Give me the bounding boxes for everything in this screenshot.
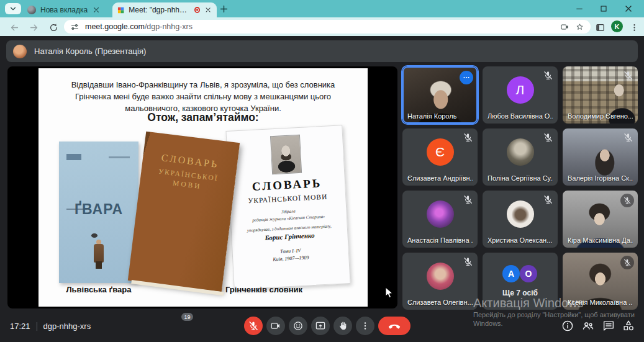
mic-off-icon	[543, 194, 553, 205]
people-count-badge: 19	[181, 313, 193, 321]
figure-illustration	[96, 261, 102, 269]
chevron-down-icon	[9, 4, 17, 13]
url-path: /dgp-nhhg-xrs	[145, 22, 193, 31]
avatar	[427, 200, 454, 228]
hrinchenko-portrait	[270, 135, 302, 174]
url-bar[interactable]: meet.google.com/dgp-nhhg-xrs	[64, 20, 591, 34]
title-page-title: СЛОВАРЬ	[229, 175, 345, 195]
close-icon[interactable]	[204, 6, 212, 14]
back-button[interactable]	[9, 22, 20, 33]
dictionary-title-page: СЛОВАРЬ УКРАЇНСЬКОЇ МОВИ Зібрала редакці…	[225, 125, 350, 289]
tab-title: Meet: "dgp-nhhg-xrs"	[129, 6, 189, 14]
presenter-name: Наталія Король (Презентація)	[34, 47, 146, 56]
mic-off-icon	[463, 256, 473, 267]
series-text	[109, 156, 130, 158]
mute-button[interactable]	[244, 317, 263, 335]
camera-permission-icon[interactable]	[560, 22, 569, 32]
gvara-title: ҐВАРА	[59, 201, 138, 218]
call-end-icon	[388, 319, 401, 333]
window-minimize-button[interactable]	[574, 4, 584, 14]
meet-control-bar: 17:21 dgp-nhhg-xrs 19	[0, 310, 644, 342]
divider	[37, 322, 37, 331]
avatar: Є	[427, 138, 454, 166]
chat-icon	[602, 319, 615, 333]
participant-grid: Наталія Король Л Володимир Євгено... Люб…	[402, 66, 638, 310]
profile-avatar[interactable]: K	[611, 20, 623, 32]
side-panel-button[interactable]	[595, 22, 605, 33]
mic-off-icon	[623, 132, 633, 143]
meeting-details-button[interactable]	[561, 319, 574, 333]
meet-favicon	[117, 6, 124, 14]
clock-time: 17:21	[10, 322, 30, 331]
mic-off-icon	[543, 132, 553, 143]
speech-bubble	[91, 233, 98, 238]
participant-tile[interactable]: Ксенія Миколаївна ...	[563, 253, 638, 310]
participant-name: Валерія Ігорівна Ск...	[568, 174, 633, 182]
participant-name: Єлизавета Олегівн...	[407, 299, 473, 306]
participant-tile[interactable]: Христина Олексан...	[483, 191, 558, 248]
chat-button[interactable]	[602, 319, 615, 333]
close-icon[interactable]	[92, 6, 101, 14]
tune-icon[interactable]	[70, 22, 79, 32]
meeting-info: 17:21 dgp-nhhg-xrs	[10, 310, 91, 342]
tile-options-button[interactable]	[460, 71, 473, 84]
participant-tile[interactable]: Поліна Сергіївна Су...	[483, 128, 558, 186]
mic-off-icon	[463, 194, 473, 205]
presenter-avatar	[13, 45, 27, 58]
mic-off-icon	[623, 70, 633, 81]
participant-name: Володимир Євгено...	[568, 112, 633, 120]
participant-tile[interactable]: Валерія Ігорівна Ск...	[563, 128, 638, 186]
avatar	[427, 263, 454, 290]
participant-tile[interactable]: Володимир Євгено...	[563, 66, 638, 124]
caption-hrinchenko-dictionary: Грінченків словник	[214, 285, 314, 294]
presenter-banner[interactable]: Наталія Король (Презентація)	[6, 40, 638, 62]
new-tab-button[interactable]	[219, 4, 229, 14]
participant-name: Єлизавета Андріївн...	[407, 174, 473, 182]
more-options-icon	[462, 73, 471, 82]
people-button[interactable]	[581, 319, 595, 333]
presentation-stage[interactable]: Відвідавши Івано-Франківщину та Львів, я…	[7, 66, 397, 308]
tab-strip: Нова вкладка Meet: "dgp-nhhg-xrs"	[0, 0, 644, 17]
mic-off-icon	[248, 320, 259, 331]
present-button[interactable]	[311, 317, 330, 335]
reload-button[interactable]	[48, 22, 59, 33]
mic-off-icon	[620, 194, 634, 207]
avatar: А	[502, 265, 520, 282]
participant-tile[interactable]: Кіра Максимівна Да...	[563, 191, 638, 248]
more-options-button[interactable]	[356, 317, 374, 335]
url-host: meet.google.com	[85, 22, 145, 31]
browser-menu-button[interactable]	[629, 22, 640, 33]
window-maximize-button[interactable]	[599, 4, 609, 14]
participant-tile[interactable]: Анастасія Павлівна ...	[402, 191, 478, 248]
info-icon	[561, 319, 574, 333]
mouse-cursor	[385, 287, 393, 299]
camera-button[interactable]	[266, 317, 285, 335]
participant-tile-natalia-korol[interactable]: Наталія Король	[402, 66, 478, 124]
mic-off-icon	[620, 256, 634, 269]
overflow-tile[interactable]: А О Ще 7 осіб	[483, 253, 558, 310]
avatar	[507, 200, 534, 228]
forward-button[interactable]	[29, 22, 39, 33]
raise-hand-button[interactable]	[333, 317, 352, 335]
tab-favicon	[27, 6, 36, 14]
overflow-count-label: Ще 7 осіб	[483, 289, 558, 297]
mic-off-icon	[543, 70, 553, 81]
tab-search-button[interactable]	[5, 3, 21, 14]
tab-new-tab[interactable]: Нова вкладка	[22, 2, 111, 17]
caption-lviv-gvara: Львівська ґвара	[57, 285, 140, 294]
participant-tile[interactable]: Л Володимир Євгено... Любов Василівна О.…	[483, 66, 558, 124]
window-close-button[interactable]	[624, 4, 633, 14]
overflow-avatars: А О	[483, 265, 558, 284]
bookmark-star-icon[interactable]	[575, 22, 584, 32]
participant-tile[interactable]: Є Єлизавета Андріївн...	[402, 128, 478, 186]
activities-button[interactable]	[622, 319, 635, 333]
end-call-button[interactable]	[378, 317, 410, 335]
participant-name: Христина Олексан...	[488, 236, 552, 244]
more-vertical-icon	[360, 320, 371, 331]
tab-meet[interactable]: Meet: "dgp-nhhg-xrs"	[112, 2, 217, 17]
present-screen-icon	[315, 320, 326, 331]
avatar: Л	[507, 76, 534, 104]
reactions-button[interactable]	[289, 317, 307, 335]
tab-title: Нова вкладка	[40, 6, 88, 14]
participant-tile[interactable]: Єлизавета Олегівн...	[402, 253, 478, 310]
